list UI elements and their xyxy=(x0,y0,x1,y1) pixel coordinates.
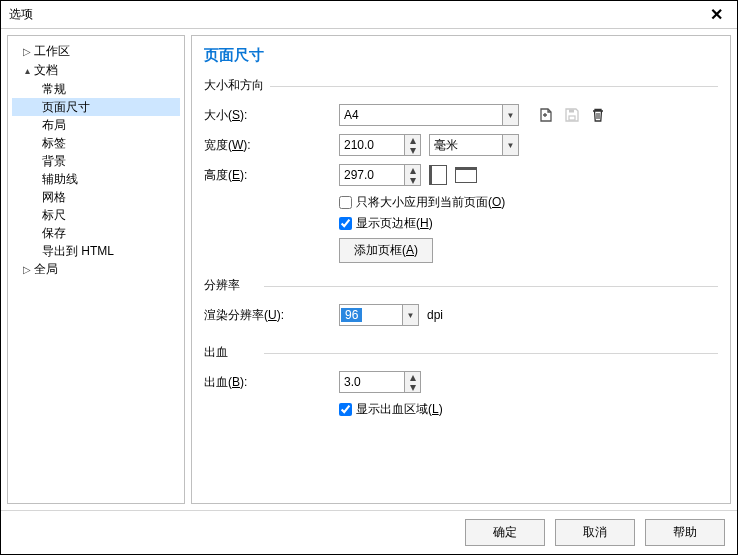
chevron-down-icon: ▴ xyxy=(22,62,32,80)
tree-item-document[interactable]: ▴文档 xyxy=(12,61,180,80)
trash-icon[interactable] xyxy=(589,106,607,124)
section-bleed: 出血 xyxy=(204,344,718,361)
tree-item-workspace[interactable]: ▷工作区 xyxy=(12,42,180,61)
window-title: 选项 xyxy=(9,6,704,23)
tree-item-save[interactable]: 保存 xyxy=(12,224,180,242)
width-label: 宽度(W): xyxy=(204,137,339,154)
close-icon[interactable]: ✕ xyxy=(704,5,729,24)
settings-panel: 页面尺寸 大小和方向 大小(S): A4 ▼ xyxy=(191,35,731,504)
chevron-down-icon: ▼ xyxy=(402,305,418,325)
tree-item-ruler[interactable]: 标尺 xyxy=(12,206,180,224)
spin-buttons[interactable]: ▴▾ xyxy=(404,135,420,155)
chevron-down-icon: ▼ xyxy=(502,135,518,155)
chevron-right-icon: ▷ xyxy=(22,43,32,61)
bleed-spinner[interactable]: 3.0 ▴▾ xyxy=(339,371,421,393)
floppy-save-icon[interactable] xyxy=(563,106,581,124)
options-dialog: 选项 ✕ ▷工作区 ▴文档 常规 页面尺寸 布局 标签 背景 辅助线 网格 标尺… xyxy=(0,0,738,555)
size-label: 大小(S): xyxy=(204,107,339,124)
tree-item-labels[interactable]: 标签 xyxy=(12,134,180,152)
save-preset-icon[interactable] xyxy=(537,106,555,124)
chevron-down-icon: ▼ xyxy=(502,105,518,125)
bleed-label: 出血(B): xyxy=(204,374,339,391)
height-spinner[interactable]: 297.0 ▴▾ xyxy=(339,164,421,186)
section-size-direction: 大小和方向 xyxy=(204,77,718,94)
dialog-body: ▷工作区 ▴文档 常规 页面尺寸 布局 标签 背景 辅助线 网格 标尺 保存 导… xyxy=(1,29,737,510)
tree-item-grid[interactable]: 网格 xyxy=(12,188,180,206)
width-spinner[interactable]: 210.0 ▴▾ xyxy=(339,134,421,156)
chevron-right-icon: ▷ xyxy=(22,261,32,279)
svg-rect-1 xyxy=(569,110,574,113)
apply-current-page-checkbox[interactable] xyxy=(339,196,352,209)
add-border-button[interactable]: 添加页框(A) xyxy=(339,238,433,263)
size-combo[interactable]: A4 ▼ xyxy=(339,104,519,126)
titlebar: 选项 ✕ xyxy=(1,1,737,29)
tree-item-background[interactable]: 背景 xyxy=(12,152,180,170)
tree-item-general[interactable]: 常规 xyxy=(12,80,180,98)
show-page-border-checkbox[interactable] xyxy=(339,217,352,230)
page-title: 页面尺寸 xyxy=(204,46,718,65)
portrait-orientation-icon[interactable] xyxy=(429,165,447,185)
cancel-button[interactable]: 取消 xyxy=(555,519,635,546)
show-page-border-label: 显示页边框(H) xyxy=(356,215,433,232)
resolution-label: 渲染分辨率(U): xyxy=(204,307,339,324)
height-label: 高度(E): xyxy=(204,167,339,184)
ok-button[interactable]: 确定 xyxy=(465,519,545,546)
tree-item-guides[interactable]: 辅助线 xyxy=(12,170,180,188)
unit-combo[interactable]: 毫米 ▼ xyxy=(429,134,519,156)
category-tree: ▷工作区 ▴文档 常规 页面尺寸 布局 标签 背景 辅助线 网格 标尺 保存 导… xyxy=(7,35,185,504)
help-button[interactable]: 帮助 xyxy=(645,519,725,546)
spin-buttons[interactable]: ▴▾ xyxy=(404,165,420,185)
resolution-combo[interactable]: 96 ▼ xyxy=(339,304,419,326)
resolution-unit: dpi xyxy=(427,308,443,322)
section-resolution: 分辨率 xyxy=(204,277,718,294)
show-bleed-checkbox[interactable] xyxy=(339,403,352,416)
apply-current-page-label: 只将大小应用到当前页面(O) xyxy=(356,194,505,211)
spin-buttons[interactable]: ▴▾ xyxy=(404,372,420,392)
tree-item-global[interactable]: ▷全局 xyxy=(12,260,180,279)
dialog-footer: 确定 取消 帮助 xyxy=(1,510,737,554)
show-bleed-label: 显示出血区域(L) xyxy=(356,401,443,418)
svg-rect-0 xyxy=(569,116,575,120)
tree-item-layout[interactable]: 布局 xyxy=(12,116,180,134)
tree-item-pagesize[interactable]: 页面尺寸 xyxy=(12,98,180,116)
landscape-orientation-icon[interactable] xyxy=(455,167,477,183)
tree-item-export-html[interactable]: 导出到 HTML xyxy=(12,242,180,260)
